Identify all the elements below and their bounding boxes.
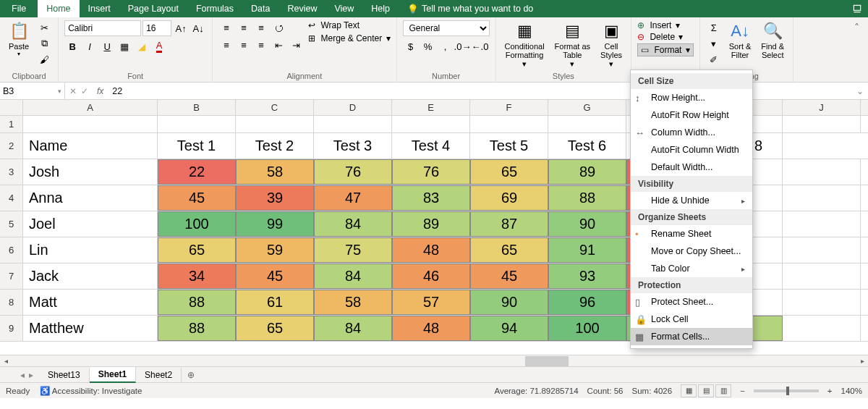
cell-styles-button[interactable]: ▣Cell Styles▾ bbox=[597, 20, 625, 70]
sheet-tab-sheet1[interactable]: Sheet1 bbox=[90, 367, 136, 383]
share-icon[interactable] bbox=[852, 4, 862, 14]
menu-move-copy[interactable]: Move or Copy Sheet... bbox=[631, 243, 752, 260]
name-box[interactable]: B3▾ bbox=[0, 83, 65, 99]
cell[interactable]: 65 bbox=[236, 316, 314, 341]
insert-cells-button[interactable]: ⊕ Insert ▾ bbox=[637, 20, 694, 30]
underline-button[interactable]: U bbox=[99, 39, 115, 54]
cell[interactable]: 93 bbox=[548, 263, 626, 289]
cell[interactable]: 65 bbox=[158, 237, 236, 263]
cell[interactable]: 88 bbox=[158, 290, 236, 315]
col-header-J[interactable]: J bbox=[783, 100, 861, 115]
cell[interactable] bbox=[158, 116, 236, 132]
align-middle-button[interactable]: ≡ bbox=[236, 20, 252, 35]
row-header-9[interactable]: 9 bbox=[0, 316, 23, 341]
row-header-2[interactable]: 2 bbox=[0, 133, 23, 159]
cell[interactable]: 84 bbox=[314, 263, 392, 289]
tell-me-search[interactable]: 💡 Tell me what you want to do bbox=[399, 0, 542, 17]
menu-autofit-col[interactable]: AutoFit Column Width bbox=[631, 141, 752, 159]
cell[interactable]: 59 bbox=[236, 237, 314, 263]
cell[interactable] bbox=[783, 290, 861, 315]
cell[interactable]: 91 bbox=[548, 237, 626, 263]
collapse-ribbon-button[interactable]: ˄ bbox=[846, 17, 868, 82]
cell[interactable] bbox=[783, 263, 861, 289]
view-normal-button[interactable]: ▦ bbox=[681, 384, 697, 397]
tab-view[interactable]: View bbox=[326, 0, 362, 17]
cell[interactable]: Test 2 bbox=[236, 133, 314, 159]
tab-insert[interactable]: Insert bbox=[80, 0, 119, 17]
tab-page-layout[interactable]: Page Layout bbox=[119, 0, 187, 17]
select-all-corner[interactable] bbox=[0, 100, 23, 115]
menu-tab-color[interactable]: Tab Color▸ bbox=[631, 260, 752, 277]
zoom-in-button[interactable]: + bbox=[827, 387, 833, 395]
cell[interactable]: 90 bbox=[470, 290, 548, 315]
cell[interactable]: 48 bbox=[392, 237, 470, 263]
cell[interactable]: 65 bbox=[470, 159, 548, 185]
cut-button[interactable]: ✂ bbox=[36, 20, 52, 35]
format-painter-button[interactable]: 🖌 bbox=[36, 52, 52, 67]
sort-filter-button[interactable]: A↓Sort & Filter bbox=[726, 20, 754, 61]
merge-center-button[interactable]: ⊞ Merge & Center ▾ bbox=[308, 33, 390, 43]
cell[interactable]: Test 1 bbox=[158, 133, 236, 159]
view-page-break-button[interactable]: ▥ bbox=[715, 384, 731, 397]
view-page-layout-button[interactable]: ▤ bbox=[698, 384, 714, 397]
comma-button[interactable]: , bbox=[438, 39, 454, 54]
cell[interactable]: 94 bbox=[470, 316, 548, 341]
cell[interactable] bbox=[314, 116, 392, 132]
cell[interactable]: 39 bbox=[236, 185, 314, 211]
scrollbar-thumb[interactable] bbox=[525, 356, 569, 366]
cell[interactable]: 76 bbox=[392, 159, 470, 185]
col-header-E[interactable]: E bbox=[392, 100, 470, 115]
cell[interactable]: 89 bbox=[392, 211, 470, 237]
cell[interactable]: 45 bbox=[236, 263, 314, 289]
col-header-A[interactable]: A bbox=[23, 100, 158, 115]
cell[interactable]: 96 bbox=[548, 290, 626, 315]
col-header-C[interactable]: C bbox=[236, 100, 314, 115]
menu-row-height[interactable]: ↕Row Height... bbox=[631, 89, 752, 106]
row-header-3[interactable]: 3 bbox=[0, 159, 23, 185]
zoom-level[interactable]: 140% bbox=[841, 387, 862, 395]
sheet-tab-sheet2[interactable]: Sheet2 bbox=[136, 368, 182, 382]
cancel-formula-button[interactable]: ✕ bbox=[69, 86, 77, 96]
tab-formulas[interactable]: Formulas bbox=[187, 0, 242, 17]
sheet-nav-next[interactable]: ▸ bbox=[29, 370, 33, 380]
cell[interactable]: Joel bbox=[23, 211, 158, 237]
menu-column-width[interactable]: ↔Column Width... bbox=[631, 124, 752, 141]
autosum-button[interactable]: Σ bbox=[706, 20, 722, 35]
cell[interactable]: 76 bbox=[314, 159, 392, 185]
menu-format-cells[interactable]: ▦Format Cells... bbox=[631, 328, 752, 345]
cell[interactable]: 48 bbox=[392, 316, 470, 341]
cell[interactable]: 34 bbox=[158, 263, 236, 289]
fill-button[interactable]: ▾ bbox=[706, 36, 722, 51]
cell[interactable]: Test 4 bbox=[392, 133, 470, 159]
paste-button[interactable]: 📋 Paste ▾ bbox=[6, 20, 32, 59]
col-header-B[interactable]: B bbox=[158, 100, 236, 115]
cell[interactable] bbox=[783, 316, 861, 341]
increase-decimal-button[interactable]: .0→ bbox=[455, 39, 471, 54]
tab-home[interactable]: Home bbox=[38, 0, 79, 17]
cell[interactable] bbox=[392, 116, 470, 132]
scroll-left-button[interactable]: ◂ bbox=[0, 355, 12, 367]
tab-help[interactable]: Help bbox=[362, 0, 399, 17]
row-header-1[interactable]: 1 bbox=[0, 116, 23, 132]
cell[interactable]: 88 bbox=[548, 185, 626, 211]
cell[interactable]: Josh bbox=[23, 159, 158, 185]
format-cells-button[interactable]: ▭ Format ▾ bbox=[637, 43, 694, 56]
cell[interactable]: 100 bbox=[158, 211, 236, 237]
tab-review[interactable]: Review bbox=[278, 0, 326, 17]
cell[interactable] bbox=[470, 116, 548, 132]
cell[interactable]: 84 bbox=[314, 316, 392, 341]
increase-indent-button[interactable]: ⇥ bbox=[288, 38, 304, 52]
cell[interactable] bbox=[783, 211, 861, 237]
borders-button[interactable]: ▦ bbox=[116, 39, 132, 54]
cell[interactable] bbox=[548, 116, 626, 132]
font-size-select[interactable] bbox=[142, 20, 171, 36]
row-header-8[interactable]: 8 bbox=[0, 290, 23, 315]
cell[interactable]: Matthew bbox=[23, 316, 158, 341]
menu-default-width[interactable]: Default Width... bbox=[631, 159, 752, 176]
cell[interactable]: 61 bbox=[236, 290, 314, 315]
increase-font-button[interactable]: A↑ bbox=[173, 21, 189, 35]
align-top-button[interactable]: ≡ bbox=[218, 20, 234, 35]
add-sheet-button[interactable]: ⊕ bbox=[182, 370, 200, 380]
cell[interactable]: Name bbox=[23, 133, 158, 159]
cell[interactable]: 22 bbox=[158, 159, 236, 185]
